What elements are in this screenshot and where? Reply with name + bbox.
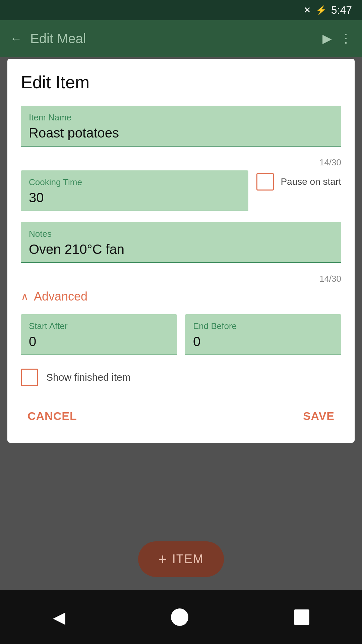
- dialog-buttons: CANCEL SAVE: [21, 403, 341, 426]
- advanced-chevron-icon: ∧: [21, 290, 28, 303]
- item-name-label: Item Name: [29, 112, 333, 123]
- end-before-label: End Before: [193, 321, 333, 331]
- bottom-navigation: ◀: [0, 590, 362, 644]
- cancel-button[interactable]: CANCEL: [21, 406, 84, 426]
- battery-icon: ⚡: [316, 5, 326, 15]
- cooking-time-row: Cooking Time 30 Pause on start: [21, 170, 341, 211]
- notes-char-count: 14/30: [21, 274, 341, 284]
- advanced-toggle[interactable]: ∧ Advanced: [21, 289, 341, 304]
- advanced-label: Advanced: [34, 289, 87, 304]
- notes-value: Oven 210°C fan: [29, 242, 333, 257]
- save-button[interactable]: SAVE: [296, 406, 341, 426]
- more-options-button[interactable]: ⋮: [340, 32, 352, 46]
- cooking-char-count: 14/30: [21, 157, 341, 168]
- pause-checkbox[interactable]: [256, 173, 274, 191]
- app-bar-title: Edit Meal: [30, 31, 314, 46]
- cooking-time-value: 30: [29, 190, 240, 205]
- fab-label: ITEM: [172, 552, 204, 566]
- nav-recent-button[interactable]: [294, 609, 309, 625]
- dialog-title: Edit Item: [21, 72, 341, 92]
- back-button[interactable]: ←: [10, 32, 22, 46]
- advanced-fields-row: Start After 0 End Before 0: [21, 314, 341, 355]
- edit-item-dialog: Edit Item Item Name Roast potatoes 14/30…: [7, 59, 355, 443]
- cooking-time-field[interactable]: Cooking Time 30: [21, 170, 248, 211]
- start-after-value: 0: [29, 334, 169, 349]
- pause-label: Pause on start: [281, 176, 341, 187]
- notes-field[interactable]: Notes Oven 210°C fan: [21, 222, 341, 263]
- play-button[interactable]: ▶: [322, 32, 332, 46]
- show-finished-row: Show finished item: [21, 369, 341, 386]
- status-bar: ✕ ⚡ 5:47: [0, 0, 362, 20]
- nav-home-button[interactable]: [171, 608, 188, 626]
- show-finished-label: Show finished item: [46, 372, 131, 383]
- item-name-field[interactable]: Item Name Roast potatoes: [21, 106, 341, 147]
- status-time: 5:47: [331, 4, 352, 16]
- cooking-time-label: Cooking Time: [29, 177, 240, 187]
- pause-on-start-area: Pause on start: [256, 170, 341, 191]
- status-icons: ✕ ⚡ 5:47: [304, 4, 352, 16]
- pause-checkbox-container: Pause on start: [256, 173, 341, 191]
- item-name-value: Roast potatoes: [29, 125, 333, 141]
- show-finished-checkbox[interactable]: [21, 369, 38, 386]
- add-item-fab[interactable]: + ITEM: [138, 541, 224, 577]
- start-after-field[interactable]: Start After 0: [21, 314, 177, 355]
- signal-icon: ✕: [304, 5, 311, 15]
- start-after-label: Start After: [29, 321, 169, 331]
- end-before-value: 0: [193, 334, 333, 349]
- fab-plus-icon: +: [158, 551, 167, 568]
- notes-label: Notes: [29, 229, 333, 239]
- app-bar: ← Edit Meal ▶ ⋮: [0, 20, 362, 57]
- nav-back-button[interactable]: ◀: [53, 608, 65, 627]
- end-before-field[interactable]: End Before 0: [185, 314, 341, 355]
